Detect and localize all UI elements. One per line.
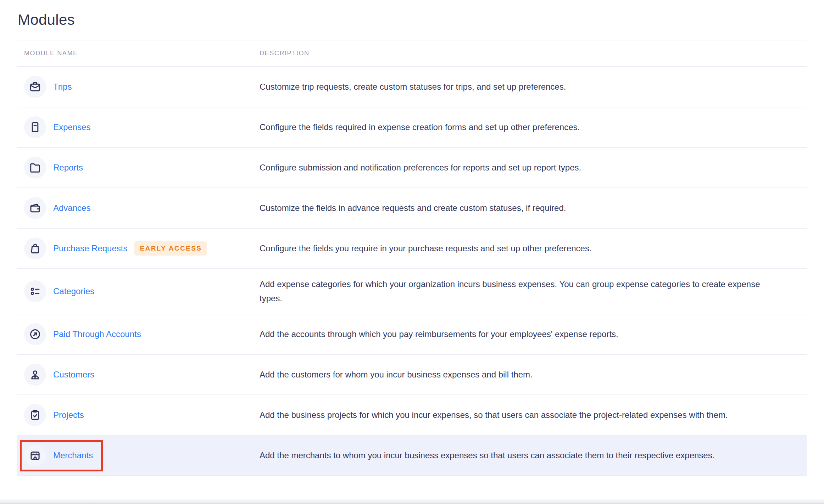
arrow-circle-icon: [24, 323, 46, 345]
module-name-cell: Reports: [17, 148, 260, 187]
module-link-customers[interactable]: Customers: [53, 370, 94, 380]
module-name-cell: Advances: [17, 188, 260, 228]
module-description: Configure the fields you require in your…: [260, 241, 592, 256]
module-link-paid-through-accounts[interactable]: Paid Through Accounts: [53, 329, 141, 339]
settings-modules-page: Modules MODULE NAME DESCRIPTION Trips Cu…: [0, 0, 824, 476]
person-icon: [24, 364, 46, 386]
module-description-cell: Add the business projects for which you …: [260, 395, 807, 435]
module-link-projects[interactable]: Projects: [53, 410, 84, 420]
column-header-description: DESCRIPTION: [260, 50, 807, 57]
module-name-cell: Merchants: [17, 436, 260, 475]
module-row-merchants[interactable]: Merchants Add the merchants to whom you …: [17, 436, 807, 476]
module-description: Add the merchants to whom you incur busi…: [260, 448, 714, 463]
module-name-cell: Paid Through Accounts: [17, 314, 260, 354]
module-row-categories[interactable]: Categories Add expense categories for wh…: [17, 269, 807, 314]
module-link-advances[interactable]: Advances: [53, 203, 90, 213]
module-description: Add the customers for whom you incur bus…: [260, 368, 533, 382]
modules-table: MODULE NAME DESCRIPTION Trips Customize …: [17, 40, 807, 476]
module-row-projects[interactable]: Projects Add the business projects for w…: [17, 395, 807, 436]
table-header-row: MODULE NAME DESCRIPTION: [17, 40, 807, 67]
module-row-reports[interactable]: Reports Configure submission and notific…: [17, 148, 807, 188]
suitcase-icon: [24, 76, 46, 98]
module-row-advances[interactable]: Advances Customize the fields in advance…: [17, 188, 807, 229]
module-description-cell: Add the merchants to whom you incur busi…: [260, 436, 807, 475]
module-description-cell: Add the customers for whom you incur bus…: [260, 355, 807, 394]
module-name-cell: Projects: [17, 395, 260, 435]
module-row-customers[interactable]: Customers Add the customers for whom you…: [17, 355, 807, 395]
receipt-icon: [24, 116, 46, 138]
module-name-cell: Expenses: [17, 107, 260, 147]
storefront-icon: [24, 444, 46, 466]
module-table-body: Trips Customize trip requests, create cu…: [17, 67, 807, 476]
module-name-cell: Purchase Requests EARLY ACCESS: [17, 229, 260, 268]
module-description: Add the accounts through which you pay r…: [260, 327, 618, 341]
module-name-cell: Customers: [17, 355, 260, 394]
module-description-cell: Add the accounts through which you pay r…: [260, 314, 807, 354]
module-link-trips[interactable]: Trips: [53, 82, 72, 92]
module-description-cell: Configure the fields required in expense…: [260, 107, 807, 147]
module-link-expenses[interactable]: Expenses: [53, 122, 90, 132]
folder-icon: [24, 157, 46, 179]
module-row-trips[interactable]: Trips Customize trip requests, create cu…: [17, 67, 807, 107]
module-link-reports[interactable]: Reports: [53, 163, 83, 173]
module-row-purchase-requests[interactable]: Purchase Requests EARLY ACCESS Configure…: [17, 229, 807, 269]
module-row-paid-through-accounts[interactable]: Paid Through Accounts Add the accounts t…: [17, 314, 807, 355]
module-description: Configure the fields required in expense…: [260, 120, 580, 134]
column-header-module-name: MODULE NAME: [17, 50, 260, 57]
clipboard-check-icon: [24, 404, 46, 426]
early-access-badge: EARLY ACCESS: [134, 241, 207, 256]
module-row-expenses[interactable]: Expenses Configure the fields required i…: [17, 107, 807, 148]
module-link-merchants[interactable]: Merchants: [53, 450, 93, 460]
module-description: Customize the fields in advance requests…: [260, 201, 566, 215]
module-description: Add the business projects for which you …: [260, 408, 728, 422]
module-description-cell: Add expense categories for which your or…: [260, 269, 807, 314]
module-name-cell: Trips: [17, 67, 260, 107]
page-title: Modules: [17, 0, 807, 40]
module-description-cell: Customize the fields in advance requests…: [260, 188, 807, 228]
module-description: Add expense categories for which your or…: [260, 277, 777, 306]
module-description-cell: Configure submission and notification pr…: [260, 148, 807, 187]
page-bottom-edge: [0, 499, 824, 504]
module-description-cell: Customize trip requests, create custom s…: [260, 67, 807, 107]
category-list-icon: [24, 280, 46, 302]
module-link-categories[interactable]: Categories: [53, 286, 94, 296]
module-link-purchase-requests[interactable]: Purchase Requests: [53, 243, 127, 253]
shopping-bag-icon: [24, 237, 46, 259]
module-description-cell: Configure the fields you require in your…: [260, 229, 807, 268]
module-description: Configure submission and notification pr…: [260, 161, 581, 175]
wallet-icon: [24, 197, 46, 219]
module-name-cell: Categories: [17, 269, 260, 314]
module-description: Customize trip requests, create custom s…: [260, 80, 566, 94]
